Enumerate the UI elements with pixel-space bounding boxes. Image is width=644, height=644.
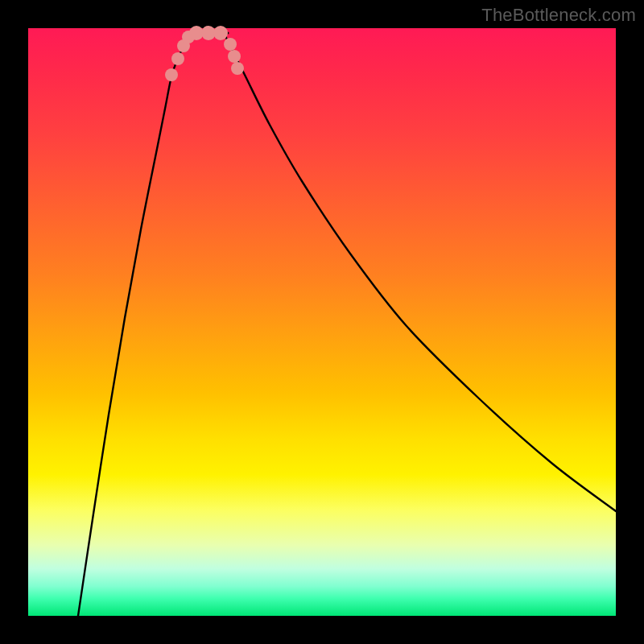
plot-area xyxy=(28,28,616,616)
marker-dot xyxy=(228,50,241,63)
marker-dot xyxy=(224,38,237,51)
highlight-dots xyxy=(165,26,244,81)
curve-lines xyxy=(78,33,616,616)
watermark-text: TheBottleneck.com xyxy=(481,5,636,26)
chart-frame: TheBottleneck.com xyxy=(0,0,644,644)
series-left-branch xyxy=(78,36,199,616)
marker-dot xyxy=(165,68,178,81)
series-right-branch xyxy=(225,36,616,511)
marker-dot xyxy=(171,52,184,65)
marker-dot xyxy=(231,62,244,75)
chart-svg xyxy=(28,28,616,616)
marker-dot xyxy=(213,26,228,40)
